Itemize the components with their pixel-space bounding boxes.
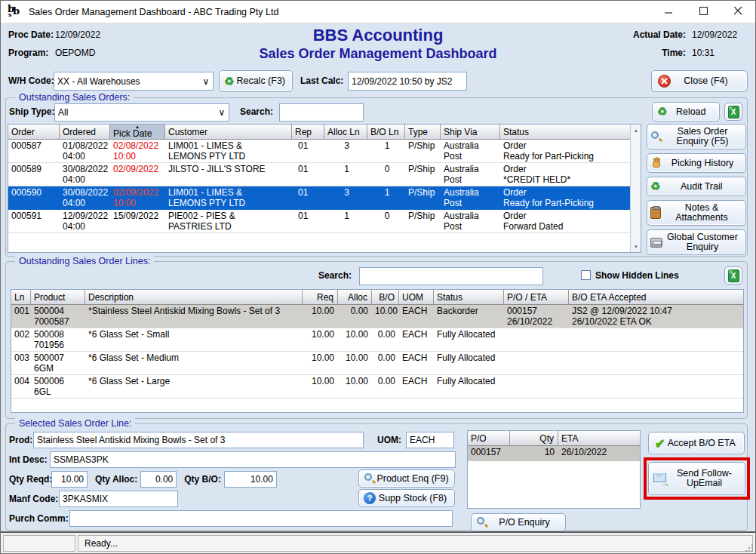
lines-table-empty-area — [11, 399, 743, 412]
po-row-000157[interactable]: 000157 10 26/10/2022 — [468, 446, 640, 461]
col-ln[interactable]: Ln — [11, 290, 31, 304]
orders-table-header: Order Ordered ▲Pick Date Customer Rep Al… — [8, 125, 641, 140]
sales-order-enquiry-button[interactable]: Sales Order Enquiry (F5) — [647, 124, 746, 149]
selected-sales-order-line-section: Selected Sales Order Line: Prod: Stainle… — [5, 423, 748, 531]
col-ordered[interactable]: Ordered — [60, 125, 110, 139]
actual-date-label: Actual Date: — [633, 29, 692, 40]
prod-field[interactable]: Stainless Steel Antiskid Mixing Bowls - … — [33, 432, 364, 448]
global-customer-enquiry-button[interactable]: Global Customer Enquiry — [647, 229, 746, 255]
orders-excel-export-button[interactable]: X — [724, 103, 742, 121]
ship-type-select[interactable]: All ∨ — [54, 103, 229, 122]
audit-trail-button[interactable]: ♻ Audit Trail — [647, 177, 746, 196]
orders-search-label: Search: — [240, 106, 273, 117]
col-ship-via[interactable]: Ship Via — [441, 125, 500, 139]
col-line-status[interactable]: Status — [434, 290, 504, 304]
col-alloc-ln[interactable]: Alloc Ln — [324, 125, 367, 139]
close-f4-button[interactable]: Close (F4) — [651, 70, 748, 92]
col-product[interactable]: Product — [31, 290, 85, 304]
qty-bo-field[interactable]: 10.00 — [224, 471, 277, 488]
col-description[interactable]: Description — [85, 290, 303, 304]
col-qty[interactable]: Qty — [510, 431, 558, 445]
outstanding-sales-orders-section: Outstanding Sales Orders: Ship Type: All… — [5, 97, 748, 257]
supp-stock-button[interactable]: ? Supp Stock (F8) — [358, 489, 455, 507]
minimize-icon — [665, 7, 673, 17]
bbs-logo-icon: bbs — [8, 5, 23, 19]
purch-comm-field[interactable] — [69, 510, 453, 527]
reload-button[interactable]: ♻ Reload — [652, 102, 720, 122]
titlebar: bbs Sales Order Management Dashboard - A… — [1, 1, 755, 23]
lines-table: Ln Product Description Req Alloc B/O UOM… — [11, 289, 744, 413]
uom-field[interactable]: EACH — [406, 432, 454, 448]
col-bo-eta-accepted[interactable]: B/O ETA Accepted — [569, 290, 743, 304]
lines-excel-export-button[interactable]: X — [724, 266, 742, 285]
col-customer[interactable]: Customer — [165, 125, 292, 139]
close-window-button[interactable] — [721, 1, 755, 23]
col-order[interactable]: Order — [8, 125, 60, 139]
col-type[interactable]: Type — [405, 125, 441, 139]
app-window: bbs Sales Order Management Dashboard - A… — [0, 0, 756, 554]
check-icon: ✔ — [655, 436, 665, 451]
po-table-header: P/O Qty ETA — [468, 431, 640, 446]
register-icon — [650, 238, 662, 248]
col-po[interactable]: P/O — [468, 431, 510, 445]
int-desc-field[interactable]: SSMBAS3PK — [50, 451, 456, 468]
show-hidden-lines-checkbox[interactable] — [581, 270, 591, 280]
col-req[interactable]: Req — [303, 290, 338, 304]
col-eta[interactable]: ETA — [558, 431, 640, 445]
line-row-003[interactable]: 003 5000076GM *6 Glass Set - Medium 10.0… — [11, 352, 743, 375]
qty-bo-label: Qty B/O: — [184, 474, 221, 485]
orders-section-legend: Outstanding Sales Orders: — [15, 92, 134, 103]
col-pick-date[interactable]: ▲Pick Date — [110, 125, 165, 139]
send-follow-up-email-button[interactable]: → Send Follow-UpEmail — [648, 462, 745, 495]
po-enquiry-button[interactable]: P/O Enquiry — [471, 513, 566, 531]
col-bo[interactable]: B/O — [372, 290, 399, 304]
col-alloc[interactable]: Alloc — [338, 290, 372, 304]
order-row-000591[interactable]: 000591 12/09/202204:00 15/09/2022 PIE002… — [8, 210, 630, 233]
maximize-button[interactable] — [686, 1, 721, 23]
qty-alloc-label: Qty Alloc: — [95, 474, 137, 485]
status-bar: Ready... — [1, 533, 755, 554]
scroll-down-icon[interactable]: ▼ — [632, 242, 640, 251]
line-row-004[interactable]: 004 5000066GL *6 Glass Set - Large 10.00… — [11, 375, 743, 399]
uom-label: UOM: — [377, 435, 401, 445]
magnifier-icon — [476, 516, 488, 528]
qty-reqd-field[interactable]: 10.00 — [51, 471, 88, 488]
orders-search-input[interactable] — [279, 103, 364, 122]
po-table-empty-area — [468, 461, 640, 508]
hand-icon — [650, 157, 662, 169]
close-red-icon — [658, 75, 671, 88]
actual-date-value: 12/09/2022 — [692, 29, 746, 40]
accept-bo-eta-button[interactable]: ✔ Accept B/O ETA — [648, 432, 745, 454]
orders-table-scrollbar[interactable]: ▲ ▼ — [630, 125, 641, 252]
col-po-eta[interactable]: P/O / ETA — [504, 290, 569, 304]
show-hidden-lines-label: Show Hidden Lines — [595, 270, 679, 281]
order-row-000589[interactable]: 000589 30/08/202204:00 02/09/2022 JILSTO… — [8, 163, 630, 186]
resize-grip[interactable] — [745, 544, 753, 552]
col-bo-ln[interactable]: B/O Ln — [367, 125, 405, 139]
scroll-up-icon[interactable]: ▲ — [632, 126, 640, 134]
purch-comm-label: Purch Comm: — [9, 513, 69, 524]
picking-history-button[interactable]: Picking History — [647, 153, 746, 173]
product-enq-button[interactable]: Product Enq (F9) — [358, 469, 455, 488]
col-rep[interactable]: Rep — [292, 125, 324, 139]
wh-code-select[interactable]: XX - All Warehouses ∨ — [54, 72, 214, 91]
orders-table-empty-area — [8, 233, 630, 252]
line-row-001-selected[interactable]: 001 5000047000587 *Stainless Steel Antis… — [11, 305, 743, 328]
manf-code-field[interactable]: 3PKASMIX — [59, 491, 178, 507]
qty-alloc-field[interactable]: 0.00 — [140, 471, 177, 488]
prod-label: Prod: — [9, 435, 33, 445]
minimize-button[interactable] — [651, 1, 686, 23]
help-icon: ? — [364, 492, 376, 504]
order-row-000590-selected[interactable]: 000590 30/08/202204:00 02/09/202210:00 L… — [8, 186, 630, 210]
notes-attachments-button[interactable]: Notes & Attachments — [647, 200, 746, 226]
col-uom[interactable]: UOM — [399, 290, 434, 304]
order-row-000587[interactable]: 000587 01/08/202204:00 02/08/202210:00 L… — [8, 140, 630, 163]
recalc-button[interactable]: ♻ Recalc (F3) — [219, 70, 293, 92]
recycle-icon: ♻ — [224, 75, 234, 88]
lines-search-label: Search: — [318, 270, 352, 281]
lines-search-input[interactable] — [359, 267, 543, 285]
last-calc-value: 12/09/2022 10:50 by JS2 — [348, 72, 467, 91]
line-row-002[interactable]: 002 500008701956 *6 Glass Set - Small 10… — [11, 328, 743, 352]
col-status[interactable]: Status — [500, 125, 630, 139]
status-left-panel — [3, 535, 75, 552]
